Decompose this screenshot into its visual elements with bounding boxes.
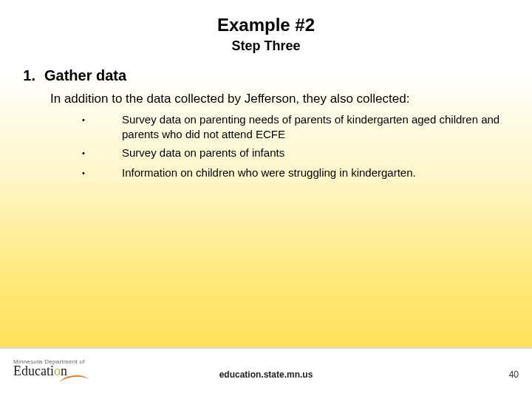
footer-url: education.state.mn.us: [0, 369, 532, 380]
bullet-text: Survey data on parenting needs of parent…: [122, 112, 508, 141]
bullet-text: Information on children who were struggl…: [122, 166, 508, 180]
intro-text: In addition to the data collected by Jef…: [50, 92, 508, 106]
slide: Example #2 Step Three 1. Gather data In …: [0, 0, 532, 399]
content-area: 1. Gather data In addition to the data c…: [0, 54, 532, 181]
numbered-item: 1. Gather data: [19, 67, 508, 84]
item-heading: Gather data: [44, 67, 126, 84]
item-number: 1.: [19, 67, 35, 84]
page-number: 40: [509, 369, 519, 380]
slide-subtitle: Step Three: [0, 38, 532, 54]
bullet-text: Survey data on parents of infants: [122, 146, 508, 160]
bullet-item: • Survey data on parents of infants: [82, 146, 508, 161]
bullet-marker: •: [82, 166, 88, 181]
bullet-item: • Survey data on parenting needs of pare…: [82, 112, 508, 141]
slide-title: Example #2: [0, 0, 532, 35]
bullet-item: • Information on children who were strug…: [82, 166, 508, 181]
bullet-marker: •: [82, 146, 88, 161]
bullet-list: • Survey data on parenting needs of pare…: [82, 112, 508, 181]
bullet-marker: •: [82, 112, 88, 128]
footer: Minnesota Department of Education educat…: [0, 347, 532, 399]
